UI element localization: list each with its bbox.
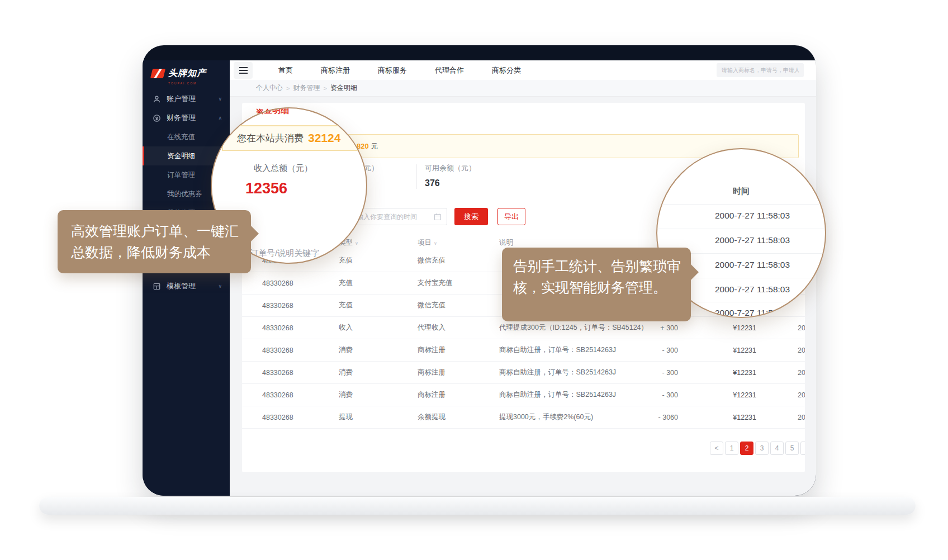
sidebar-subitem-label: 在线充值 [167, 132, 195, 142]
chevron-down-icon: ∨ [218, 283, 222, 289]
brand-sub-text: TOUPAI.COM [168, 79, 206, 88]
page: 头牌知产 TOUPAI.COM 账户管理 ∨ 财务管理 ∧ [0, 0, 948, 560]
breadcrumb-sep: > [286, 85, 290, 92]
page-button-4[interactable]: 4 [770, 442, 784, 455]
finance-icon [153, 114, 161, 122]
breadcrumb-item[interactable]: 个人中心 [256, 83, 283, 93]
sidebar-subitem-label: 我的优惠券 [167, 189, 202, 199]
magnified-table-header: 订单号/说明关键字 [250, 248, 319, 259]
nav-items: 首页 商标注册 商标服务 代理合作 商标分类 [264, 60, 535, 80]
banner-amount-fragment: 820 元 [357, 141, 378, 151]
nav-item-agency[interactable]: 代理合作 [421, 60, 478, 80]
table-row[interactable]: 48330268消费商标注册商标自助注册，订单号：SB2514263J- 300… [242, 384, 805, 406]
magnified-time: 2000-7-27 11:58:03 [669, 235, 826, 245]
magnified-stat-value: 12356 [245, 180, 287, 197]
sidebar-subitem-label: 资金明细 [167, 151, 195, 161]
magnified-time-header: 时间 [657, 186, 825, 197]
template-icon [153, 282, 161, 291]
magnified-stat-label: 收入总额（元） [254, 163, 312, 174]
col-project-header[interactable]: 项目∨ [418, 238, 499, 248]
sidebar-item-account[interactable]: 账户管理 ∨ [143, 89, 230, 108]
table-row[interactable]: 48330268消费商标注册商标自助注册，订单号：SB2514263J- 300… [242, 339, 805, 362]
magnified-banner-prefix: 您在本站共消费 [237, 132, 304, 145]
chevron-up-icon: ∧ [218, 115, 222, 121]
row-divider [657, 229, 825, 229]
stat-value: 376 [425, 178, 476, 188]
table-row[interactable]: 48330268消费商标注册商标自助注册，订单号：SB2514263J- 300… [242, 362, 805, 384]
sidebar-item-templates[interactable]: 模板管理 ∨ [143, 277, 230, 296]
page-button-3[interactable]: 3 [755, 442, 769, 455]
global-search [717, 63, 804, 77]
callout-left: 高效管理账户订单、一键汇总数据，降低财务成本 [58, 210, 251, 273]
breadcrumb: 个人中心 > 财务管理 > 资金明细 [230, 80, 816, 97]
export-button[interactable]: 导出 [497, 208, 525, 225]
sidebar-item-label: 财务管理 [167, 113, 196, 123]
sidebar-item-label: 模板管理 [167, 281, 196, 291]
global-search-input[interactable] [717, 63, 804, 77]
sidebar-item-label: 账户管理 [167, 94, 196, 104]
pagination: < 1 2 3 4 5 > [710, 442, 805, 455]
breadcrumb-current: 资金明细 [330, 83, 357, 93]
sidebar-subitem-recharge[interactable]: 在线充值 [143, 127, 230, 146]
callout-right: 告别手工统计、告别繁琐审核，实现智能财务管理。 [502, 248, 691, 321]
breadcrumb-item[interactable]: 财务管理 [293, 83, 320, 93]
sort-caret-icon: ∨ [434, 241, 437, 246]
banner-amount: 820 [357, 142, 369, 150]
nav-item-trademark-svc[interactable]: 商标服务 [364, 60, 421, 80]
col-desc-header: 说明 [499, 238, 653, 248]
magnified-banner-amount: 32124 [308, 131, 340, 145]
brand-logo-icon [150, 69, 165, 78]
page-button-5[interactable]: 5 [785, 442, 799, 455]
search-button[interactable]: 搜索 [454, 208, 488, 225]
col-type-header[interactable]: 类型∨ [339, 238, 418, 248]
sidebar-subitem-label: 订单管理 [167, 170, 195, 180]
next-page-button[interactable]: > [800, 442, 805, 455]
chevron-down-icon: ∨ [218, 96, 222, 102]
table-row[interactable]: 48330268提现余额提现提现3000元，手续费2%(60元)- 3060¥1… [242, 406, 805, 429]
magnified-time: 2000-7-27 11:58:03 [669, 211, 826, 221]
brand-name: 头牌知产 TOUPAI.COM [168, 68, 206, 88]
user-icon [153, 95, 161, 103]
nav-item-home[interactable]: 首页 [264, 60, 307, 80]
sidebar: 头牌知产 TOUPAI.COM 账户管理 ∨ 财务管理 ∧ [143, 60, 230, 496]
banner-unit: 元 [371, 142, 378, 150]
top-nav: 首页 商标注册 商标服务 代理合作 商标分类 [230, 60, 816, 80]
sort-caret-icon: ∨ [355, 241, 358, 246]
menu-icon[interactable] [234, 62, 253, 79]
brand-name-text: 头牌知产 [168, 68, 206, 78]
nav-item-classify[interactable]: 商标分类 [478, 60, 535, 80]
calendar-icon [434, 213, 442, 221]
stat-label: 可用余额（元） [425, 163, 476, 173]
breadcrumb-sep: > [323, 85, 326, 92]
stat-divider [416, 164, 417, 189]
nav-item-trademark-reg[interactable]: 商标注册 [307, 60, 364, 80]
prev-page-button[interactable]: < [710, 442, 723, 455]
page-button-1[interactable]: 1 [725, 442, 738, 455]
row-divider [657, 204, 825, 205]
sidebar-item-finance[interactable]: 财务管理 ∧ [143, 108, 230, 127]
brand-logo[interactable]: 头牌知产 TOUPAI.COM [143, 60, 230, 89]
laptop-base [39, 497, 916, 515]
page-button-2-active[interactable]: 2 [740, 442, 753, 455]
stat-balance: 可用余额（元） 376 [425, 163, 476, 188]
